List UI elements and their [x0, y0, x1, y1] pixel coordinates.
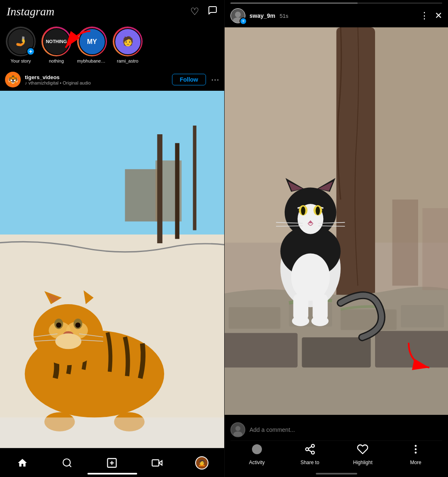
nav-search[interactable] — [58, 454, 76, 472]
svg-point-30 — [63, 459, 70, 466]
story-action-more[interactable]: More — [403, 443, 428, 465]
story-label-rami: rami_astro — [117, 58, 138, 63]
svg-point-19 — [55, 334, 81, 349]
svg-line-83 — [308, 450, 312, 452]
svg-line-66 — [276, 226, 303, 226]
svg-rect-36 — [152, 460, 159, 466]
svg-point-63 — [316, 206, 320, 215]
add-story-badge[interactable]: + — [27, 47, 35, 56]
story-username[interactable]: sway_9m — [249, 12, 275, 19]
story-header-right: ⋮ ✕ — [420, 10, 442, 21]
svg-point-85 — [415, 445, 417, 447]
post-username[interactable]: tigers_videos — [25, 74, 168, 80]
svg-point-79 — [252, 444, 262, 454]
story-label-mybhubaneswar: mybhubaneswar — [77, 58, 107, 63]
more-label: More — [410, 460, 421, 465]
story-ring-mybhubaneswar: MY — [77, 27, 107, 56]
story-avatar-nothing: NOTHING — [43, 28, 70, 55]
share-label: Share to — [300, 460, 319, 465]
story-item-your-story[interactable]: 🤳 + Your story — [6, 27, 36, 63]
activity-icon — [251, 443, 263, 458]
highlight-label: Highlight — [353, 460, 373, 465]
right-panel: + sway_9m 51s ⋮ ✕ — [224, 0, 448, 477]
svg-point-17 — [75, 322, 81, 328]
cat-scene-svg — [225, 27, 448, 415]
follow-button[interactable]: Follow — [172, 74, 206, 85]
story-avatar-wrapper-your-story: 🤳 + — [6, 27, 36, 56]
activity-label: Activity — [249, 460, 265, 465]
profile-avatar[interactable]: 🙍 — [195, 456, 208, 470]
svg-rect-50 — [375, 331, 448, 367]
svg-marker-35 — [159, 460, 162, 465]
svg-point-38 — [235, 12, 241, 17]
create-icon — [106, 457, 118, 469]
post-info: tigers_videos ♪ vthamizhdigital • Origin… — [25, 74, 168, 85]
highlight-icon — [357, 443, 368, 458]
nav-profile[interactable]: 🙍 — [193, 454, 211, 472]
story-avatar-wrapper-rami: 🧑 — [113, 27, 143, 56]
svg-point-62 — [301, 206, 305, 215]
nav-create[interactable] — [103, 454, 121, 472]
story-ring-rami: 🧑 — [113, 27, 143, 56]
feed-post-header: 🐯 tigers_videos ♪ vthamizhdigital • Orig… — [0, 68, 224, 91]
story-close-button[interactable]: ✕ — [435, 10, 442, 21]
svg-point-86 — [415, 448, 417, 450]
story-avatar-wrapper-nothing: NOTHING — [41, 27, 71, 56]
story-item-mybhubaneswar[interactable]: MY mybhubaneswar — [77, 27, 107, 63]
story-swipe-bar — [316, 473, 357, 475]
story-time: 51s — [280, 13, 288, 19]
svg-line-68 — [318, 226, 345, 226]
svg-rect-46 — [341, 309, 397, 330]
nav-reels[interactable] — [148, 454, 166, 472]
story-label-nothing: nothing — [49, 58, 64, 63]
post-more-button[interactable]: ⋯ — [211, 75, 219, 85]
bottom-swipe-bar — [87, 473, 137, 475]
reels-icon — [152, 458, 162, 468]
heart-icon[interactable]: ♡ — [190, 6, 199, 17]
nothing-avatar-inner: NOTHING — [44, 28, 69, 55]
story-bottom-bar-area — [225, 470, 448, 477]
story-action-activity[interactable]: Activity — [245, 443, 269, 465]
svg-line-31 — [69, 465, 71, 467]
story-avatar-rami: 🧑 — [114, 28, 141, 55]
svg-text:MY: MY — [87, 38, 97, 45]
search-icon — [62, 458, 73, 468]
app-header: Instagram ♡ — [0, 0, 224, 23]
story-ring-nothing: NOTHING — [41, 27, 71, 56]
nav-home[interactable] — [13, 454, 31, 472]
story-avatar-wrapper-mybhubaneswar: MY — [77, 27, 107, 56]
music-note-icon: ♪ — [25, 80, 27, 85]
story-action-highlight[interactable]: Highlight — [350, 443, 375, 465]
story-user-info: sway_9m 51s — [249, 12, 288, 19]
feed-post-image — [0, 91, 224, 448]
story-header-area: + sway_9m 51s ⋮ ✕ — [225, 0, 448, 27]
svg-rect-49 — [302, 337, 371, 368]
story-label-your-story: Your story — [10, 58, 31, 63]
more-icon — [410, 443, 421, 458]
story-item-rami-astro[interactable]: 🧑 rami_astro — [113, 27, 143, 63]
tiger-scene-svg — [0, 91, 224, 448]
messenger-icon[interactable] — [208, 5, 218, 18]
story-add-btn[interactable]: + — [240, 17, 247, 25]
header-icons: ♡ — [190, 5, 218, 18]
left-panel: Instagram ♡ — [0, 0, 224, 477]
svg-rect-74 — [422, 208, 448, 290]
post-audio: ♪ vthamizhdigital • Original audio — [25, 80, 168, 85]
story-pause-button[interactable]: ⋮ — [420, 10, 429, 21]
story-action-share[interactable]: Share to — [298, 443, 322, 465]
nothing-title: NOTHING — [46, 39, 67, 44]
svg-line-84 — [308, 447, 312, 449]
stories-row: 🤳 + Your story NOTHING nothing — [0, 23, 224, 68]
comment-user-avatar — [230, 422, 245, 437]
story-avatar-mybhubaneswar: MY — [79, 28, 106, 55]
comment-placeholder[interactable]: Add a comment... — [249, 426, 442, 433]
svg-point-53 — [291, 253, 330, 300]
svg-rect-41 — [337, 27, 375, 329]
svg-rect-3 — [0, 91, 224, 235]
story-bottom: Add a comment... Activity — [225, 415, 448, 470]
svg-point-16 — [56, 322, 61, 328]
post-avatar[interactable]: 🐯 — [5, 72, 21, 87]
comment-area: Add a comment... — [230, 419, 442, 441]
svg-point-56 — [292, 316, 309, 326]
story-item-nothing[interactable]: NOTHING nothing — [41, 27, 71, 63]
